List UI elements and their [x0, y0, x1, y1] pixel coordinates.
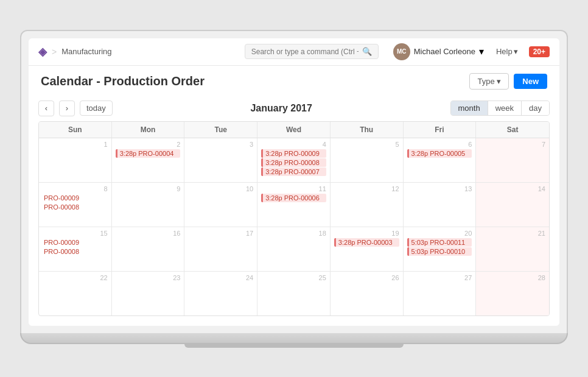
- day-number: 7: [480, 141, 545, 148]
- day-number: 9: [116, 185, 181, 192]
- day-cell[interactable]: 28: [476, 272, 549, 315]
- day-cell[interactable]: 21: [476, 227, 549, 271]
- calendar-event[interactable]: PRO-00008: [43, 203, 108, 211]
- day-cell[interactable]: 20 5:03p PRO-00011 5:03p PRO-00010: [404, 227, 477, 271]
- day-number: 12: [334, 185, 399, 192]
- day-cell[interactable]: 26: [331, 272, 404, 315]
- search-input[interactable]: [251, 48, 359, 56]
- header-tue: Tue: [184, 122, 257, 138]
- notification-badge[interactable]: 20+: [529, 46, 550, 57]
- day-number: 1: [43, 141, 108, 148]
- month-title: January 2017: [117, 103, 446, 114]
- search-icon: 🔍: [362, 47, 372, 56]
- day-cell[interactable]: 27: [404, 272, 477, 315]
- page-actions: Type ▾ New: [469, 73, 547, 90]
- help-dropdown-icon: ▾: [514, 47, 518, 56]
- day-cell[interactable]: 22: [39, 272, 112, 315]
- calendar-event[interactable]: PRO-00009: [43, 194, 108, 202]
- day-number: 28: [480, 274, 545, 281]
- day-number: 6: [407, 141, 472, 148]
- day-cell[interactable]: 19 3:28p PRO-00003: [331, 227, 404, 271]
- day-cell[interactable]: 6 3:28p PRO-00005: [404, 138, 477, 182]
- help-button[interactable]: Help ▾: [496, 47, 518, 56]
- day-cell[interactable]: 3: [184, 138, 257, 182]
- username-label: Michael Corleone: [414, 47, 475, 56]
- calendar-event[interactable]: PRO-00008: [43, 247, 108, 256]
- day-number: 5: [334, 141, 399, 148]
- day-number: 22: [43, 274, 108, 281]
- calendar-event[interactable]: 5:03p PRO-00010: [407, 247, 472, 256]
- day-cell[interactable]: 25: [257, 272, 331, 315]
- day-cell[interactable]: 13: [404, 183, 477, 227]
- help-label: Help: [496, 47, 513, 56]
- prev-month-button[interactable]: ‹: [38, 100, 54, 116]
- new-button[interactable]: New: [514, 74, 547, 89]
- nav-separator: >: [52, 47, 57, 57]
- calendar-event[interactable]: 3:28p PRO-00005: [407, 149, 472, 158]
- app-logo: ◈: [38, 45, 47, 58]
- week-row: 8 PRO-00009 PRO-00008 9 10 11: [39, 183, 549, 227]
- day-cell[interactable]: 17: [184, 227, 257, 271]
- day-number: 11: [261, 185, 326, 192]
- day-cell[interactable]: 7: [476, 138, 549, 182]
- header-sat: Sat: [476, 122, 549, 138]
- day-cell[interactable]: 12: [331, 183, 404, 227]
- week-row: 15 PRO-00009 PRO-00008 16 17 1: [39, 227, 549, 272]
- day-number: 24: [188, 274, 253, 281]
- day-cell[interactable]: 16: [112, 227, 185, 271]
- type-button[interactable]: Type ▾: [469, 73, 509, 90]
- user-menu[interactable]: MC Michael Corleone ▾: [393, 43, 484, 60]
- calendar-event[interactable]: 3:28p PRO-00009: [261, 149, 326, 158]
- page-header: Calendar - Production Order Type ▾ New: [29, 66, 559, 94]
- calendar-event[interactable]: 3:28p PRO-00006: [261, 194, 326, 202]
- day-number: 4: [261, 141, 326, 148]
- day-number: 17: [188, 230, 253, 237]
- calendar-event[interactable]: PRO-00009: [43, 238, 108, 247]
- page-title: Calendar - Production Order: [41, 74, 205, 88]
- day-number: 18: [261, 230, 326, 237]
- day-number: 21: [480, 230, 545, 237]
- day-number: 23: [116, 274, 181, 281]
- day-cell[interactable]: 14: [476, 183, 549, 227]
- day-number: 8: [43, 185, 108, 192]
- day-cell[interactable]: 8 PRO-00009 PRO-00008: [39, 183, 112, 227]
- laptop-base: [20, 333, 568, 344]
- day-cell[interactable]: 1: [39, 138, 112, 182]
- week-view-button[interactable]: week: [488, 101, 522, 115]
- calendar-event[interactable]: 3:28p PRO-00007: [261, 167, 326, 176]
- day-cell[interactable]: 10: [184, 183, 257, 227]
- calendar-event[interactable]: 5:03p PRO-00011: [407, 238, 472, 247]
- laptop-foot: [184, 344, 404, 348]
- day-cell[interactable]: 4 3:28p PRO-00009 3:28p PRO-00008 3:28p …: [257, 138, 331, 182]
- calendar-header: Sun Mon Tue Wed Thu Fri Sat: [39, 122, 549, 138]
- day-cell[interactable]: 5: [331, 138, 404, 182]
- day-number: 14: [480, 185, 545, 192]
- month-view-button[interactable]: month: [451, 101, 488, 115]
- calendar-event[interactable]: 3:28p PRO-00008: [261, 158, 326, 167]
- next-month-button[interactable]: ›: [59, 100, 75, 116]
- day-number: 13: [407, 185, 472, 192]
- day-number: 10: [188, 185, 253, 192]
- calendar-event[interactable]: 3:28p PRO-00003: [334, 238, 399, 247]
- top-navigation: ◈ > Manufacturing 🔍 MC Michael Corleone …: [29, 38, 559, 66]
- day-number: 26: [334, 274, 399, 281]
- day-number: 2: [116, 141, 181, 148]
- today-button[interactable]: today: [80, 100, 113, 116]
- header-sun: Sun: [39, 122, 112, 138]
- calendar-event[interactable]: 3:28p PRO-00004: [116, 149, 181, 158]
- avatar: MC: [393, 43, 410, 60]
- day-cell[interactable]: 9: [112, 183, 185, 227]
- day-cell[interactable]: 11 3:28p PRO-00006: [257, 183, 331, 227]
- day-cell[interactable]: 24: [184, 272, 257, 315]
- day-number: 19: [334, 230, 399, 237]
- day-view-button[interactable]: day: [522, 101, 549, 115]
- day-cell[interactable]: 2 3:28p PRO-00004: [112, 138, 185, 182]
- calendar-body: 1 2 3:28p PRO-00004 3 4 3:28p: [39, 138, 549, 315]
- day-number: 20: [407, 230, 472, 237]
- day-cell[interactable]: 18: [257, 227, 331, 271]
- header-fri: Fri: [404, 122, 477, 138]
- day-cell[interactable]: 23: [112, 272, 185, 315]
- day-number: 27: [407, 274, 472, 281]
- search-bar[interactable]: 🔍: [245, 44, 379, 59]
- day-cell[interactable]: 15 PRO-00009 PRO-00008: [39, 227, 112, 271]
